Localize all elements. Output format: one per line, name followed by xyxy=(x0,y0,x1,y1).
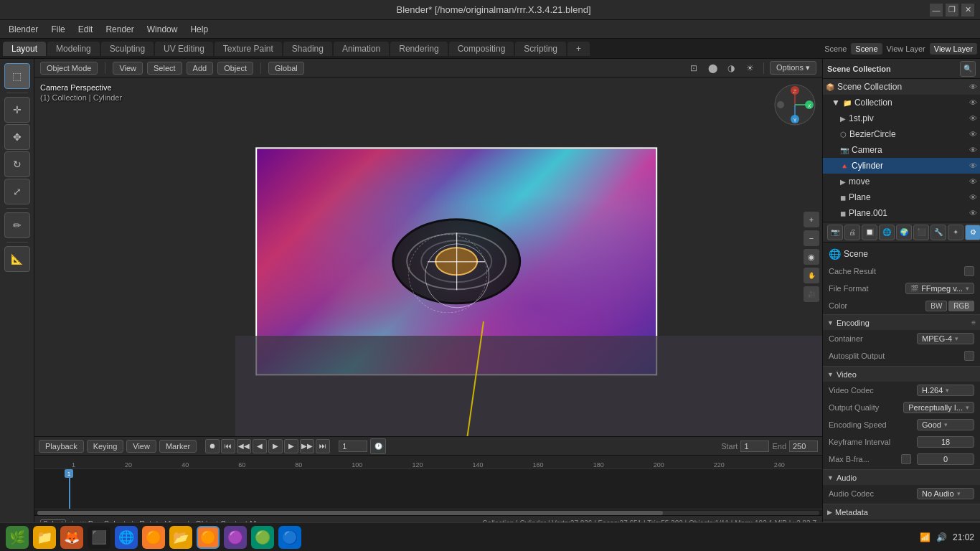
camera-eye[interactable]: 👁 xyxy=(969,146,977,154)
mode-dropdown[interactable]: Object Mode xyxy=(40,62,98,75)
tab-shading[interactable]: Shading xyxy=(283,42,332,56)
encoding-settings-icon[interactable]: ≡ xyxy=(971,319,976,326)
prop-object-btn[interactable]: ⬛ xyxy=(913,225,929,240)
1stpiv-eye[interactable]: 👁 xyxy=(969,114,977,123)
file-format-value[interactable]: 🎬 FFmpeg v... ▾ xyxy=(905,283,974,294)
prop-render-btn[interactable]: 📷 xyxy=(827,225,843,240)
beziercircle-eye[interactable]: 👁 xyxy=(969,130,977,138)
video-codec-value[interactable]: H.264 ▾ xyxy=(917,385,974,396)
zoom-reset-btn[interactable]: ◉ xyxy=(804,249,819,265)
prop-scene-btn[interactable]: 🌐 xyxy=(879,225,895,240)
tab-compositing[interactable]: Compositing xyxy=(449,42,514,56)
autosplit-checkbox[interactable] xyxy=(964,351,974,361)
tab-uv-editing[interactable]: UV Editing xyxy=(155,42,213,56)
taskbar-folder[interactable]: 📂 xyxy=(169,526,192,549)
tab-sculpting[interactable]: Sculpting xyxy=(101,42,154,56)
max-bfra-value[interactable]: 0 xyxy=(917,453,974,465)
taskbar-files[interactable]: 📁 xyxy=(33,526,56,549)
menu-blender[interactable]: Blender xyxy=(3,23,44,36)
taskbar-firefox[interactable]: 🦊 xyxy=(60,526,83,549)
scene-value[interactable]: Scene xyxy=(851,43,882,55)
audio-codec-value[interactable]: No Audio ▾ xyxy=(917,488,974,499)
color-bw-btn[interactable]: BW xyxy=(925,301,947,311)
minimize-button[interactable]: — xyxy=(930,4,943,17)
keying-menu[interactable]: Keying xyxy=(87,440,124,453)
tool-scale[interactable]: ⤢ xyxy=(4,179,30,204)
audio-header[interactable]: ▼ Audio xyxy=(823,469,980,485)
window-controls[interactable]: — ❐ ✕ xyxy=(930,4,980,17)
next-keyframe-btn[interactable]: ▶▶ xyxy=(300,439,314,453)
marker-menu[interactable]: Marker xyxy=(159,440,197,453)
outliner-row-1stpiv[interactable]: ▶ 1st.piv 👁 xyxy=(823,110,980,126)
maximize-button[interactable]: ❐ xyxy=(946,4,958,17)
outliner-row-plane[interactable]: ◼ Plane 👁 xyxy=(823,189,980,205)
tool-cursor[interactable]: ✛ xyxy=(4,97,30,123)
menu-edit[interactable]: Edit xyxy=(72,23,99,36)
tool-rotate[interactable]: ↻ xyxy=(4,151,30,177)
outliner-row-beziercircle[interactable]: ⬡ BezierCircle 👁 xyxy=(823,126,980,142)
outliner-row-cylinder[interactable]: 🔺 Cylinder 👁 xyxy=(823,158,980,174)
outliner-row-camera[interactable]: 📷 Camera 👁 xyxy=(823,142,980,158)
plane001-eye[interactable]: 👁 xyxy=(969,209,977,217)
camera-btn[interactable]: 🎥 xyxy=(804,286,819,302)
tool-annotate[interactable]: ✏ xyxy=(4,212,30,238)
object-menu[interactable]: Object xyxy=(217,62,253,75)
color-rgb-btn[interactable]: RGB xyxy=(948,301,974,311)
max-bfra-checkbox[interactable] xyxy=(901,454,911,464)
menu-render[interactable]: Render xyxy=(100,23,139,36)
start-frame-input[interactable] xyxy=(740,441,769,452)
metadata-header[interactable]: ▶ Metadata xyxy=(823,504,980,519)
encoding-speed-value[interactable]: Good ▾ xyxy=(917,419,974,430)
viewport-shading-solid[interactable]: ⬤ xyxy=(705,60,720,76)
playback-menu[interactable]: Playback xyxy=(39,440,84,453)
frame-clock-btn[interactable]: 🕐 xyxy=(370,438,386,454)
menu-file[interactable]: File xyxy=(45,23,70,36)
navigation-gizmo[interactable]: Z X Y xyxy=(773,83,816,126)
prop-output-btn[interactable]: 🖨 xyxy=(844,225,860,240)
move-eye[interactable]: 👁 xyxy=(969,177,977,186)
taskbar-terminal[interactable]: ⬛ xyxy=(88,526,110,549)
transform-dropdown[interactable]: Global xyxy=(268,62,304,75)
tab-rendering[interactable]: Rendering xyxy=(390,42,447,56)
collection-expand[interactable]: ▼ xyxy=(831,98,840,108)
prev-keyframe-btn[interactable]: ◀◀ xyxy=(237,439,251,453)
outliner-row-plane001[interactable]: ◼ Plane.001 👁 xyxy=(823,205,980,221)
view-layer-value[interactable]: View Layer xyxy=(930,43,977,55)
add-menu[interactable]: Add xyxy=(187,62,214,75)
taskbar-linuxmint[interactable]: 🌿 xyxy=(6,526,29,549)
outliner-row-move[interactable]: ▶ move 👁 xyxy=(823,174,980,189)
record-btn[interactable]: ⏺ xyxy=(205,439,220,453)
collection-eye[interactable]: 👁 xyxy=(969,98,977,107)
viewport-shading-rendered[interactable]: ☀ xyxy=(742,60,758,76)
keyframe-interval-value[interactable]: 18 xyxy=(917,436,974,448)
plane-eye[interactable]: 👁 xyxy=(969,193,977,202)
output-quality-value[interactable]: Perceptually I... ▾ xyxy=(903,402,974,413)
tool-select[interactable]: ⬚ xyxy=(4,63,30,89)
prop-world-btn[interactable]: 🌍 xyxy=(896,225,912,240)
viewport-canvas[interactable]: Camera Perspective (1) Collection | Cyli… xyxy=(34,77,822,436)
view-menu-tl[interactable]: View xyxy=(126,440,156,453)
view-menu[interactable]: View xyxy=(113,62,143,75)
tab-modeling[interactable]: Modeling xyxy=(47,42,100,56)
prop-view-layer-btn[interactable]: 🔲 xyxy=(862,225,877,240)
tool-measure[interactable]: 📐 xyxy=(4,246,30,272)
zoom-out-btn[interactable]: − xyxy=(804,230,819,246)
prev-frame-btn[interactable]: ◀ xyxy=(253,439,267,453)
taskbar-blender2[interactable]: 🟠 xyxy=(197,526,220,549)
outliner-row-scene-collection[interactable]: 📦 Scene Collection 👁 xyxy=(823,79,980,95)
encoding-header[interactable]: ▼ Encoding ≡ xyxy=(823,314,980,330)
menu-window[interactable]: Window xyxy=(141,23,184,36)
video-header[interactable]: ▼ Video xyxy=(823,366,980,382)
prop-active-btn[interactable]: ⚙ xyxy=(965,225,980,240)
last-frame-btn[interactable]: ⏭ xyxy=(316,439,330,453)
tab-layout[interactable]: Layout xyxy=(3,42,46,56)
play-btn[interactable]: ▶ xyxy=(268,439,283,453)
taskbar-app9[interactable]: 🟢 xyxy=(251,526,274,549)
pan-btn[interactable]: ✋ xyxy=(804,268,819,283)
next-frame-btn[interactable]: ▶ xyxy=(284,439,298,453)
timeline-track[interactable]: 1 xyxy=(34,468,822,509)
options-menu[interactable]: Options ▾ xyxy=(770,61,816,75)
prop-particles-btn[interactable]: ✦ xyxy=(948,225,963,240)
close-button[interactable]: ✕ xyxy=(961,4,974,17)
tab-texture-paint[interactable]: Texture Paint xyxy=(215,42,282,56)
